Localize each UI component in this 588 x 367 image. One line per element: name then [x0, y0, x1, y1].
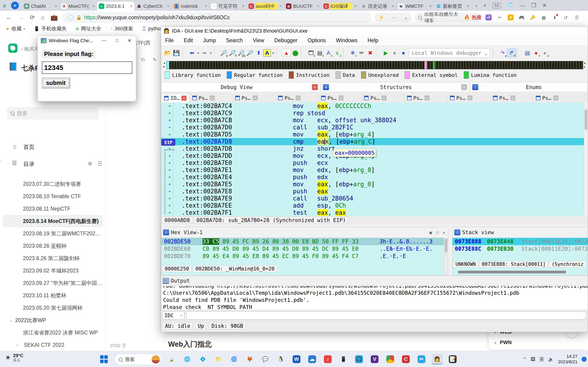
bookmark-item[interactable]: ⊕网址大全 — [75, 25, 101, 32]
pane-caption-enums[interactable]: ⋮ Enums — [470, 82, 588, 92]
close-icon[interactable]: ✕ — [461, 84, 467, 90]
stack-view-header[interactable]: ◯ Stack view — [452, 227, 588, 238]
toolbar-icon[interactable]: ▤+ — [315, 48, 324, 58]
extension-icon[interactable]: ⬇ — [552, 15, 558, 20]
taskbar-app-icon[interactable]: 💠 — [198, 354, 208, 365]
toolbar-icon[interactable]: ➡ — [200, 48, 209, 58]
toolbar-icon[interactable]: ●+ — [532, 48, 540, 58]
tab-close-icon[interactable]: ✕ — [54, 4, 57, 8]
chevron-down-icon[interactable]: ⌄ — [404, 15, 408, 20]
taskbar-app-icon[interactable]: V — [369, 354, 380, 365]
toc-item[interactable]: 浙江省省赛2022 决赛 MISC WP — [0, 326, 106, 339]
ida-doc-tab[interactable]: ID…✕ — [161, 93, 190, 102]
browser-tab[interactable]: 👤roderick✕ — [172, 2, 209, 11]
weather-widget[interactable]: ☀ 29°C 多云 — [5, 353, 23, 362]
toc-item[interactable]: 2023.08.26 蓝帽杯 — [0, 240, 106, 252]
browser-tab[interactable]: ◷历史记录✕ — [359, 2, 397, 11]
toolbar-icon[interactable]: ⬆ — [254, 48, 263, 58]
browser-logo-icon[interactable]: e — [0, 2, 9, 9]
toc-item[interactable]: ›SEKAI CTF 2022 — [0, 339, 106, 351]
taskbar-app-icon[interactable] — [385, 354, 396, 365]
volume-icon[interactable]: 🔈 — [548, 357, 554, 362]
toolbar-icon[interactable]: ▶ — [381, 48, 390, 58]
tab-close-icon[interactable]: ✕ — [354, 4, 357, 8]
toolbar-icon[interactable]: ▾ — [209, 48, 212, 58]
disasm-line[interactable]: .text:002BA7D8cmpeax, [ebp+arg_C] — [161, 138, 585, 145]
toolbar-icon[interactable]: ❄+ — [348, 48, 357, 58]
window-restore-button[interactable]: ❐ — [531, 2, 536, 9]
extension-icon[interactable]: ↺ — [563, 15, 569, 20]
hot-search-box[interactable]: 出租车自燃引大堵车 🔥 热搜 — [415, 13, 481, 22]
taskbar-app-icon[interactable]: ☁ — [307, 354, 317, 365]
browser-tab[interactable]: ✳ChatAI✕ — [22, 2, 60, 11]
toc-item[interactable]: 2023.8.14 MoeCTF(西电新生赛) — [3, 215, 103, 227]
input-language[interactable]: 英 — [540, 356, 544, 362]
extension-icon[interactable]: ☰ — [574, 15, 580, 20]
toolbar-icon[interactable]: 🔎01 — [237, 48, 246, 58]
dialog-close-button[interactable]: ✕ — [128, 38, 131, 43]
taskbar-app-icon[interactable]: 🌀 — [229, 354, 239, 365]
toolbar-icon[interactable]: ▾ — [196, 48, 200, 58]
toc-item[interactable]: 2023.08.10 Tenable CTF — [0, 190, 106, 202]
dialog-minimize-button[interactable]: — — [102, 38, 106, 43]
browser-tab[interactable]: 🎩CyberCh✕ — [134, 2, 172, 11]
taskbar-app-icon[interactable]: 🎧 — [354, 354, 364, 365]
stack-rows[interactable]: 0073E8880073EA48Stack[00011E20]:00730073… — [452, 238, 588, 252]
toolbar-icon[interactable]: ✏ — [357, 48, 366, 58]
toolbar-icon[interactable]: ↷c — [498, 48, 507, 58]
toolbar-icon[interactable]: ●× — [540, 48, 549, 58]
ida-navigation-band[interactable]: ◂▸ ◂▸ — [161, 60, 588, 70]
close-icon[interactable]: ✕ — [381, 95, 387, 100]
menu-options[interactable]: Options — [308, 37, 326, 44]
disasm-line[interactable]: .text:002BA7F1testeax, eax — [161, 209, 585, 216]
disasm-line[interactable]: .text:002BA7D5moveax, [ebp+arg_4] — [161, 131, 585, 138]
close-icon[interactable]: ✕ — [338, 95, 344, 100]
stack-row[interactable]: 0073E88C0073EB30Stack[00011E20]:0073 — [452, 245, 588, 252]
extension-icon[interactable]: 🔑 — [530, 15, 536, 20]
disasm-line[interactable]: .text:002BA7EEaddesp, 0Ch — [161, 202, 585, 209]
toc-item[interactable]: 2023.8.26 第二届陇剑杯 — [0, 252, 106, 265]
dialog-maximize-button[interactable]: □ — [115, 38, 118, 43]
extension-icon[interactable]: ¥ — [508, 15, 514, 20]
restore-icon[interactable]: ▣ — [429, 230, 432, 235]
forward-icon[interactable]: → — [18, 14, 24, 21]
disasm-line[interactable]: .text:002BA7E9callsub_2B0654 — [161, 195, 585, 202]
taskbar-app-icon[interactable]: 💬 — [260, 354, 271, 365]
disasm-line[interactable]: .text:002BA7C4moveax, 0CCCCCCCCh — [161, 102, 585, 110]
locate-icon[interactable]: ⊕ — [88, 160, 92, 167]
toc-item[interactable]: 2023.09.02 羊城杯2023 — [0, 265, 106, 277]
bookmark-item[interactable]: ◔360搜索 — [110, 25, 133, 32]
browser-tab[interactable]: 🌐新标签页✕ — [434, 2, 471, 11]
taskbar-app-icon[interactable]: 🌐 — [182, 354, 192, 365]
reload-icon[interactable]: ⟳ — [30, 14, 35, 21]
ida-doc-tab[interactable]: Ps…✕ — [233, 93, 275, 102]
menu-search[interactable]: Search — [226, 37, 243, 44]
back-icon[interactable]: ← — [6, 14, 12, 21]
toolbar-icon[interactable]: ▾ — [271, 48, 275, 58]
hex-row[interactable]: 002BDE60C0 89 45 D0 89 45 D4 89 45 D8 89… — [161, 245, 448, 252]
browser-tab[interactable]: ≡2023.8.1✕ — [97, 2, 134, 11]
toc-item[interactable]: ⌄2022比赛WP — [0, 314, 106, 326]
sidebar-collapse-icon[interactable]: › — [0, 158, 2, 164]
taskbar-app-icon[interactable]: 📱 — [338, 354, 349, 365]
idc-input[interactable] — [186, 311, 586, 319]
more-icon[interactable]: ⋯ — [392, 15, 397, 20]
disasm-line[interactable]: .text:002BA7E8pusheax — [161, 188, 585, 195]
flash-icon[interactable]: ⚡ — [379, 15, 384, 20]
bookmark-item[interactable]: 📱手机收藏夹 — [34, 25, 67, 32]
menu-file[interactable]: File — [165, 37, 174, 44]
taskbar-app-icon[interactable]: 👩 — [432, 354, 442, 365]
ida-titlebar[interactable]: 👩 IDA - GUI.exe E:\Desktop\Fmh&D\23\23.8… — [161, 27, 588, 35]
disasm-line[interactable]: .text:002BA7C9rep stosd — [161, 110, 585, 117]
disassembly-scrollbar[interactable] — [584, 102, 588, 216]
menu-help[interactable]: Help — [367, 37, 378, 44]
ida-doc-tab[interactable]: Ps…✕ — [361, 93, 404, 102]
pane-splitter[interactable] — [448, 227, 452, 275]
toc-item[interactable]: 2023.08.19 第二届WMCTF2023 国... — [0, 227, 106, 240]
toolbar-icon[interactable]: s+ — [333, 48, 342, 58]
hex-rows[interactable]: 002BDE5033 C5 89 45 FC B9 26 80 38 00 E8… — [161, 238, 448, 260]
toolbar-icon[interactable]: A+ — [324, 48, 333, 58]
ida-doc-tab[interactable]: Ps…✕ — [447, 93, 490, 102]
disassembly-view[interactable]: .text:002BA7C4moveax, 0CCCCCCCCh.text:00… — [161, 102, 585, 216]
ida-doc-tab[interactable]: Ps…✕ — [318, 93, 361, 102]
